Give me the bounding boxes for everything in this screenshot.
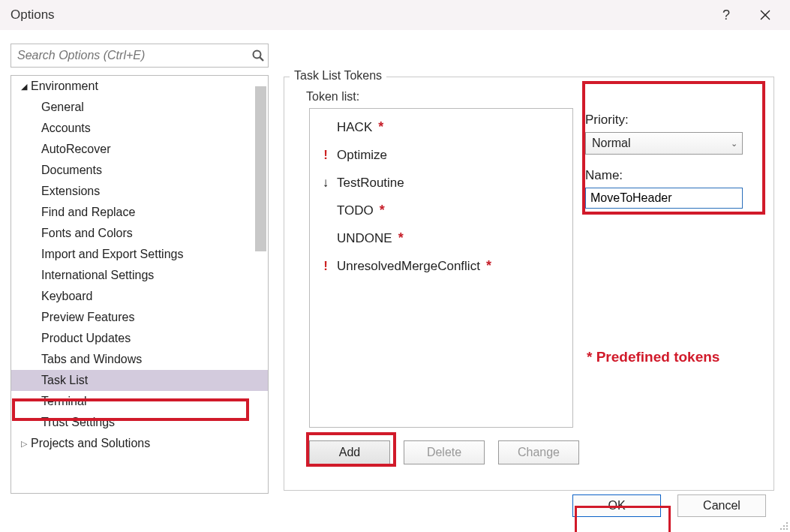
delete-button[interactable]: Delete — [404, 440, 485, 464]
window-controls: ? — [715, 4, 790, 26]
tree-item-label: Task List — [41, 374, 88, 387]
tree-item[interactable]: Accounts — [11, 118, 268, 139]
add-button[interactable]: Add — [309, 440, 390, 464]
predefined-marker: * — [378, 119, 383, 135]
token-name: HACK — [337, 120, 372, 135]
cancel-button[interactable]: Cancel — [677, 494, 766, 517]
tree-item[interactable]: General — [11, 97, 268, 118]
tree-item[interactable]: Terminal — [11, 391, 268, 412]
titlebar: Options ? — [0, 0, 790, 30]
predefined-marker: * — [398, 230, 404, 246]
priority-value: Normal — [592, 137, 631, 150]
token-properties-panel: Priority: Normal ⌄ Name: — [585, 113, 764, 209]
tree-item-label: Preview Features — [41, 311, 135, 324]
tree-item-label: Accounts — [41, 122, 91, 135]
predefined-marker: * — [380, 203, 385, 218]
tokenlist-label: Token list: — [306, 90, 359, 104]
token-buttons-row: Add Delete Change — [309, 440, 579, 464]
svg-point-2 — [254, 51, 261, 59]
collapse-icon: ◢ — [19, 82, 29, 92]
search-icon — [248, 49, 268, 62]
tree-item[interactable]: AutoRecover — [11, 139, 268, 160]
tree-item-label: Fonts and Colors — [41, 227, 133, 240]
chevron-down-icon: ⌄ — [731, 139, 737, 149]
tree-item[interactable]: International Settings — [11, 265, 268, 286]
token-row[interactable]: UNDONE * — [310, 224, 572, 252]
tree-item-label: Trust Settings — [41, 416, 115, 429]
tree-item[interactable]: Task List — [11, 370, 268, 391]
priority-label: Priority: — [585, 113, 764, 128]
search-input[interactable] — [11, 44, 248, 67]
priority-glyph: ! — [320, 148, 331, 163]
tree-category[interactable]: ▷Projects and Solutions — [11, 433, 268, 454]
tree-item[interactable]: Tabs and Windows — [11, 349, 268, 370]
window-title: Options — [11, 8, 55, 23]
priority-glyph: ! — [320, 259, 331, 274]
predefined-tokens-annotation: * Predefined tokens — [587, 349, 719, 365]
tree-item-label: Import and Export Settings — [41, 248, 183, 261]
token-listbox[interactable]: HACK *!Optimize↓TestRoutineTODO *UNDONE … — [309, 108, 573, 428]
tree-item[interactable]: Fonts and Colors — [11, 223, 268, 244]
search-box[interactable] — [11, 44, 269, 68]
tree-item-label: AutoRecover — [41, 143, 111, 156]
token-row[interactable]: !Optimize — [310, 141, 572, 169]
tree-item[interactable]: Product Updates — [11, 328, 268, 349]
expand-icon: ▷ — [19, 439, 29, 449]
tree-category[interactable]: ◢Environment — [11, 76, 268, 97]
svg-line-3 — [260, 58, 264, 62]
tree-item[interactable]: Import and Export Settings — [11, 244, 268, 265]
svg-point-9 — [786, 528, 788, 530]
tree-item[interactable]: Keyboard — [11, 286, 268, 307]
resize-grip[interactable] — [778, 520, 788, 530]
help-button[interactable]: ? — [715, 4, 737, 26]
tree-item-label: International Settings — [41, 269, 154, 282]
tree-item[interactable]: Preview Features — [11, 307, 268, 328]
change-button[interactable]: Change — [498, 440, 579, 464]
token-name: UnresolvedMergeConflict — [337, 259, 480, 274]
token-name: UNDONE — [337, 231, 392, 246]
tree-item[interactable]: Trust Settings — [11, 412, 268, 433]
options-tree[interactable]: ◢EnvironmentGeneralAccountsAutoRecoverDo… — [11, 75, 269, 494]
svg-point-4 — [786, 522, 788, 524]
tree-item-label: Extensions — [41, 185, 100, 198]
priority-glyph: ↓ — [320, 176, 331, 191]
tree-item-label: Keyboard — [41, 290, 93, 303]
name-label: Name: — [585, 168, 764, 183]
tree-item[interactable]: Find and Replace — [11, 202, 268, 223]
name-input[interactable] — [585, 188, 743, 209]
tree-item[interactable]: Documents — [11, 160, 268, 181]
tree-item-label: Environment — [31, 80, 98, 93]
tree-item-label: General — [41, 101, 84, 114]
token-row[interactable]: !UnresolvedMergeConflict * — [310, 252, 572, 280]
priority-select[interactable]: Normal ⌄ — [585, 132, 743, 155]
tree-item-label: Documents — [41, 164, 102, 177]
tree-item[interactable]: Extensions — [11, 181, 268, 202]
tree-item-label: Projects and Solutions — [31, 437, 150, 450]
tree-item-label: Find and Replace — [41, 206, 135, 219]
token-row[interactable]: TODO * — [310, 197, 572, 224]
ok-button[interactable]: OK — [572, 494, 661, 517]
token-name: TestRoutine — [337, 176, 404, 191]
tree-item-label: Terminal — [41, 395, 86, 408]
svg-point-5 — [783, 525, 785, 527]
predefined-marker: * — [486, 258, 491, 274]
tree-item-label: Product Updates — [41, 332, 131, 345]
close-icon — [759, 9, 771, 21]
tree-scrollbar[interactable] — [255, 86, 266, 251]
token-name: Optimize — [337, 148, 387, 163]
svg-point-8 — [783, 528, 785, 530]
tree-item-label: Tabs and Windows — [41, 353, 142, 366]
svg-point-7 — [780, 528, 782, 530]
token-name: TODO — [337, 203, 374, 218]
dialog-buttons: OK Cancel — [572, 494, 766, 517]
content-area: ◢EnvironmentGeneralAccountsAutoRecoverDo… — [0, 30, 790, 532]
token-row[interactable]: HACK * — [310, 113, 572, 141]
token-row[interactable]: ↓TestRoutine — [310, 169, 572, 197]
group-title: Task List Tokens — [290, 69, 386, 83]
svg-point-6 — [786, 525, 788, 527]
close-button[interactable] — [754, 4, 776, 26]
